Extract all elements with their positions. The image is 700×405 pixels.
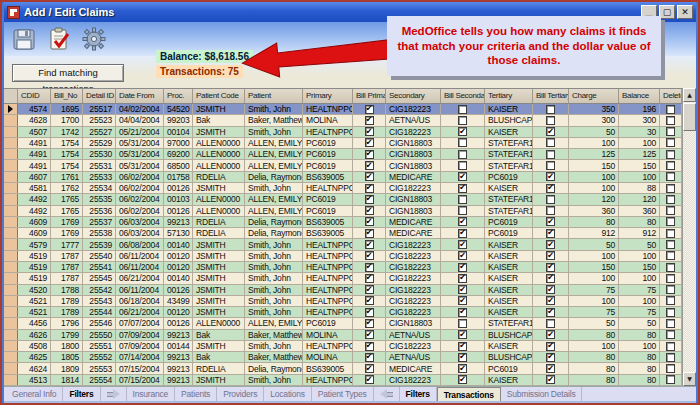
- patient-cell[interactable]: Delia, Raymond: [245, 172, 303, 182]
- detail-id-cell[interactable]: 25534: [83, 183, 116, 193]
- patient-code-cell[interactable]: JSMITH: [193, 307, 245, 317]
- row-selector[interactable]: [4, 375, 18, 385]
- primary-cell[interactable]: BS639005: [303, 363, 353, 373]
- bill-secondary-checkbox[interactable]: ✔: [458, 296, 467, 305]
- detail-id-cell[interactable]: 25553: [83, 363, 116, 373]
- tab-submission-details[interactable]: Submission Details: [501, 387, 583, 401]
- cdid-cell[interactable]: 4574: [18, 104, 51, 114]
- detail-id-cell[interactable]: 25546: [83, 318, 116, 328]
- proc-cell[interactable]: 01758: [164, 172, 193, 182]
- tab-general-info[interactable]: General Info: [6, 387, 63, 401]
- row-selector[interactable]: [4, 183, 18, 193]
- secondary-cell[interactable]: CIG182223: [386, 375, 441, 385]
- row-selector[interactable]: [4, 307, 18, 317]
- bill-primary-checkbox[interactable]: ✔: [365, 308, 374, 317]
- balance-cell[interactable]: 30: [619, 127, 660, 137]
- tab-insurance[interactable]: Insurance: [127, 387, 176, 401]
- date-from-cell[interactable]: 06/02/2004: [116, 194, 164, 204]
- patient-cell[interactable]: Smith, John: [245, 273, 303, 283]
- table-row[interactable]: 451917872554506/21/200400140JSMITHSmith,…: [4, 273, 682, 284]
- detail-id-cell[interactable]: 25540: [83, 251, 116, 261]
- charge-cell[interactable]: 80: [569, 363, 619, 373]
- bill-no-cell[interactable]: 1787: [51, 251, 83, 261]
- cdid-cell[interactable]: 4456: [18, 318, 51, 328]
- patient-code-cell[interactable]: JSMITH: [193, 285, 245, 295]
- proc-cell[interactable]: 00126: [164, 183, 193, 193]
- table-row[interactable]: 449117542552905/31/200497000ALLEN0000ALL…: [4, 138, 682, 149]
- delete-checkbox[interactable]: [666, 274, 675, 283]
- cdid-cell[interactable]: 4521: [18, 296, 51, 306]
- balance-cell[interactable]: 100: [619, 341, 660, 351]
- row-selector[interactable]: [4, 138, 18, 148]
- bill-no-cell[interactable]: 1765: [51, 194, 83, 204]
- bill-primary-checkbox[interactable]: ✔: [365, 229, 374, 238]
- cdid-cell[interactable]: 4625: [18, 352, 51, 362]
- cdid-cell[interactable]: 4507: [18, 127, 51, 137]
- bill-primary-checkbox[interactable]: ✔: [365, 319, 374, 328]
- bill-secondary-checkbox[interactable]: ✔: [458, 308, 467, 317]
- proc-cell[interactable]: 97000: [164, 138, 193, 148]
- row-selector[interactable]: [4, 104, 18, 114]
- delete-checkbox[interactable]: [666, 184, 675, 193]
- secondary-cell[interactable]: CIG182223: [386, 127, 441, 137]
- bill-primary-checkbox[interactable]: ✔: [365, 161, 374, 170]
- cdid-cell[interactable]: 4519: [18, 273, 51, 283]
- date-from-cell[interactable]: 06/11/2004: [116, 251, 164, 261]
- date-from-cell[interactable]: 04/04/2004: [116, 115, 164, 125]
- balance-cell[interactable]: 100: [619, 296, 660, 306]
- balance-cell[interactable]: 300: [619, 115, 660, 125]
- bill-no-cell[interactable]: 1754: [51, 138, 83, 148]
- patient-code-cell[interactable]: RDELIA: [193, 228, 245, 238]
- primary-cell[interactable]: HEALTNPPO: [303, 285, 353, 295]
- patient-code-cell[interactable]: JSMITH: [193, 104, 245, 114]
- patient-cell[interactable]: Delia, Raymond: [245, 363, 303, 373]
- tertiary-cell[interactable]: KAISER: [485, 127, 533, 137]
- proc-cell[interactable]: 54520: [164, 104, 193, 114]
- proc-cell[interactable]: 00126: [164, 285, 193, 295]
- row-selector[interactable]: [4, 318, 18, 328]
- secondary-cell[interactable]: MEDICARE: [386, 217, 441, 227]
- row-selector[interactable]: [4, 296, 18, 306]
- bill-no-cell[interactable]: 1789: [51, 296, 83, 306]
- column-header-primary[interactable]: Primary: [303, 89, 353, 103]
- bill-tertiary-checkbox[interactable]: ✔: [546, 240, 555, 249]
- date-from-cell[interactable]: 07/07/2004: [116, 318, 164, 328]
- primary-cell[interactable]: HEALTNPPO: [303, 273, 353, 283]
- tertiary-cell[interactable]: STATEFAR1: [485, 160, 533, 170]
- detail-id-cell[interactable]: 25544: [83, 307, 116, 317]
- secondary-cell[interactable]: CIGN18803: [386, 138, 441, 148]
- patient-cell[interactable]: Smith, John: [245, 341, 303, 351]
- patient-code-cell[interactable]: ALLEN0000: [193, 194, 245, 204]
- cdid-cell[interactable]: 4581: [18, 183, 51, 193]
- detail-id-cell[interactable]: 25537: [83, 217, 116, 227]
- patient-code-cell[interactable]: JSMITH: [193, 273, 245, 283]
- scrollbar-thumb[interactable]: [683, 103, 696, 131]
- column-header-patient_code[interactable]: Patient Code: [193, 89, 245, 103]
- bill-tertiary-checkbox[interactable]: [546, 195, 555, 204]
- bill-secondary-checkbox[interactable]: ✔: [458, 375, 467, 384]
- bill-primary-checkbox[interactable]: ✔: [365, 353, 374, 362]
- table-row[interactable]: 457917772553906/08/200400140JSMITHSmith,…: [4, 239, 682, 250]
- patient-cell[interactable]: Delia, Raymond: [245, 228, 303, 238]
- row-selector[interactable]: [4, 330, 18, 340]
- close-button[interactable]: ✕: [677, 5, 693, 19]
- primary-cell[interactable]: HEALTNPPO: [303, 183, 353, 193]
- patient-code-cell[interactable]: RDELIA: [193, 363, 245, 373]
- bill-primary-checkbox[interactable]: ✔: [365, 285, 374, 294]
- bill-tertiary-checkbox[interactable]: ✔: [546, 229, 555, 238]
- detail-id-cell[interactable]: 25552: [83, 352, 116, 362]
- bill-primary-checkbox[interactable]: ✔: [365, 330, 374, 339]
- bill-tertiary-checkbox[interactable]: ✔: [546, 172, 555, 181]
- table-row[interactable]: 452117892554406/21/200400120JSMITHSmith,…: [4, 307, 682, 318]
- tertiary-cell[interactable]: KAISER: [485, 273, 533, 283]
- balance-cell[interactable]: 80: [619, 352, 660, 362]
- secondary-cell[interactable]: CIG182223: [386, 104, 441, 114]
- delete-checkbox[interactable]: [666, 116, 675, 125]
- bill-secondary-checkbox[interactable]: [458, 105, 467, 114]
- column-header-bill_secondary[interactable]: Bill Secondary: [441, 89, 485, 103]
- bill-no-cell[interactable]: 1805: [51, 352, 83, 362]
- patient-code-cell[interactable]: ALLEN0000: [193, 206, 245, 216]
- balance-cell[interactable]: 50: [619, 318, 660, 328]
- bill-no-cell[interactable]: 1789: [51, 307, 83, 317]
- date-from-cell[interactable]: 05/21/2004: [116, 127, 164, 137]
